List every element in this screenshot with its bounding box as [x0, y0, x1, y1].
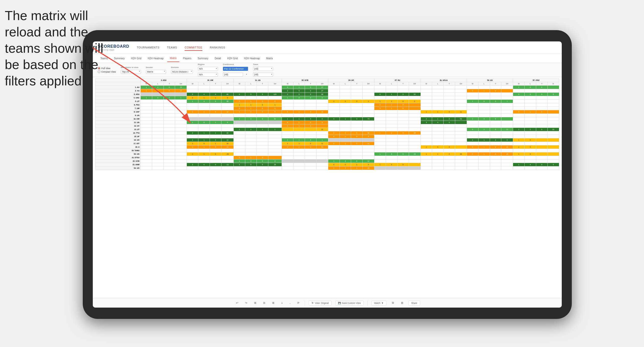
- cell-r8-c4-l: [340, 114, 351, 117]
- cell-r10-c6-l: 4: [432, 121, 444, 124]
- watch-chevron: ▼: [381, 302, 384, 304]
- cell-r9-c8-w: [513, 117, 525, 121]
- cell-r12-c6-w: [421, 128, 432, 131]
- cell-r0-c8-t: 0: [536, 86, 547, 89]
- subnav-matrix[interactable]: Matrix: [167, 55, 179, 62]
- cell-r20-c6-t: [444, 156, 455, 159]
- cell-r9-c0-w: [141, 117, 152, 121]
- cell-r12-c3-w: [282, 128, 293, 131]
- cell-r15-c0-dif: [175, 138, 187, 142]
- cell-r8-c4-w: [328, 114, 340, 117]
- team-select[interactable]: (All): [253, 67, 273, 71]
- cell-r1-c7-w: 0: [467, 89, 478, 93]
- cell-r4-c4-l: 2: [340, 100, 351, 103]
- cell-r5-c5-dif: [409, 103, 421, 107]
- add-icon[interactable]: ⊕: [253, 301, 258, 305]
- cell-r22-c3-t: [305, 163, 316, 166]
- team-select2[interactable]: (All): [253, 73, 273, 77]
- cell-r3-c1-dif: 0: [221, 96, 234, 100]
- subnav-summary[interactable]: Summary: [111, 55, 127, 62]
- cell-r7-c4-w: [328, 110, 340, 114]
- minus-icon[interactable]: -: [288, 301, 292, 305]
- cell-r18-c5-t: [397, 149, 409, 152]
- max-teams-select[interactable]: Top 25: [121, 70, 141, 74]
- division-select[interactable]: NCAA Division I: [171, 70, 193, 74]
- cell-r7-c8-l: 1: [525, 110, 536, 114]
- subnav-h2h-grid[interactable]: H2H Grid: [128, 55, 144, 62]
- cell-r18-c3-dif: [316, 149, 328, 152]
- cell-r11-c0-t: [164, 124, 175, 128]
- cell-r1-c1-t: [210, 89, 221, 93]
- cell-r14-c3-w: [282, 135, 293, 138]
- cell-r3-c4-l: [340, 96, 351, 100]
- cell-r11-c1-w: [187, 124, 198, 128]
- nav-tournaments[interactable]: TOURNAMENTS: [137, 45, 159, 51]
- subnav-matrix2[interactable]: Matrix: [264, 55, 275, 62]
- zoom-icon[interactable]: ⊕: [271, 301, 276, 305]
- cell-r14-c8-dif: [547, 135, 559, 138]
- gender-select[interactable]: Men's: [146, 70, 166, 74]
- cell-r1-c5-w: [374, 89, 386, 93]
- save-icon: 💾: [338, 302, 341, 304]
- remove-icon[interactable]: ⊖: [262, 301, 267, 305]
- cell-r6-c0-t: [164, 107, 175, 110]
- cell-r16-c7-w: [467, 142, 478, 145]
- cell-r3-c3-dif: 0: [316, 96, 328, 100]
- share-btn[interactable]: Share: [409, 301, 420, 306]
- subnav-summary2[interactable]: Summary: [195, 55, 211, 62]
- cell-r3-c0-l: 0: [152, 96, 164, 100]
- cell-r15-c7-l: 1: [478, 138, 490, 142]
- undo-icon[interactable]: ↩: [234, 301, 240, 305]
- subnav-h2h-heatmap2[interactable]: H2H Heatmap: [241, 55, 262, 62]
- conference-select2[interactable]: (All): [223, 73, 243, 77]
- nav-committee[interactable]: COMMITTEE: [185, 45, 202, 51]
- region-select2-wrapper: N/A: [198, 72, 218, 77]
- cell-r2-c4-dif: [363, 93, 374, 96]
- conference-select[interactable]: Pac-12 Conference: [223, 67, 248, 71]
- cell-r11-c1-t: [210, 124, 221, 128]
- subnav-players[interactable]: Players: [181, 55, 194, 62]
- cell-r11-c2-dif: [268, 124, 282, 128]
- region-select2[interactable]: N/A: [198, 73, 218, 77]
- cell-r3-c2-t: [257, 96, 268, 100]
- cell-r17-c0-t: [164, 145, 175, 149]
- watch-btn[interactable]: Watch ▼: [371, 301, 386, 306]
- sub-w-su: W: [374, 82, 386, 86]
- subnav-h2h-grid2[interactable]: H2H Grid: [225, 55, 240, 62]
- settings-icon[interactable]: ⚙: [390, 301, 396, 305]
- cell-r3-c0-t: 0: [164, 96, 175, 100]
- nav-teams[interactable]: TEAMS: [167, 45, 177, 51]
- cell-r8-c4-dif: [363, 114, 374, 117]
- cell-r22-c5-l: 0: [386, 163, 397, 166]
- subnav-detail[interactable]: Detail: [212, 55, 224, 62]
- cell-r19-c6-dif: 48: [455, 152, 467, 156]
- cell-r6-c7-l: [478, 107, 490, 110]
- cell-r12-c2-t: 1: [257, 128, 268, 131]
- cell-r9-c1-dif: [221, 117, 234, 121]
- subnav-h2h-heatmap[interactable]: H2H Heatmap: [145, 55, 166, 62]
- view-original-btn[interactable]: 👁 View: Original: [309, 301, 331, 306]
- cell-r9-c6-w: 2: [421, 117, 432, 121]
- cell-r4-c8-t: [536, 100, 547, 103]
- sub-l-su: L: [386, 82, 397, 86]
- cell-r1-c2-t: [257, 89, 268, 93]
- nav-rankings[interactable]: RANKINGS: [210, 45, 225, 51]
- grid-icon[interactable]: ⊞: [399, 301, 405, 305]
- toolbar-divider-2: [367, 301, 368, 306]
- cell-r12-c7-l: 2: [478, 128, 490, 131]
- redo-icon[interactable]: ↪: [244, 301, 249, 305]
- cell-r7-c0-l: [152, 110, 164, 114]
- cell-r13-c3-l: [293, 131, 305, 135]
- cell-r10-c8-dif: [547, 121, 559, 124]
- cell-r4-c0-dif: [175, 100, 187, 103]
- cell-r23-c7-l: [478, 166, 490, 170]
- cell-r12-c5-t: [397, 128, 409, 131]
- refresh-icon[interactable]: ⟳: [296, 301, 301, 305]
- region-select[interactable]: N/A: [198, 67, 218, 71]
- cell-r2-c2-l: 5: [245, 93, 257, 96]
- plus-icon[interactable]: +: [280, 301, 284, 305]
- save-custom-view-btn[interactable]: 💾 Save Custom View: [335, 301, 364, 306]
- cell-r12-c1-w: [187, 128, 198, 131]
- cell-r3-c3-t: 0: [305, 96, 316, 100]
- cell-r22-c3-l: [293, 163, 305, 166]
